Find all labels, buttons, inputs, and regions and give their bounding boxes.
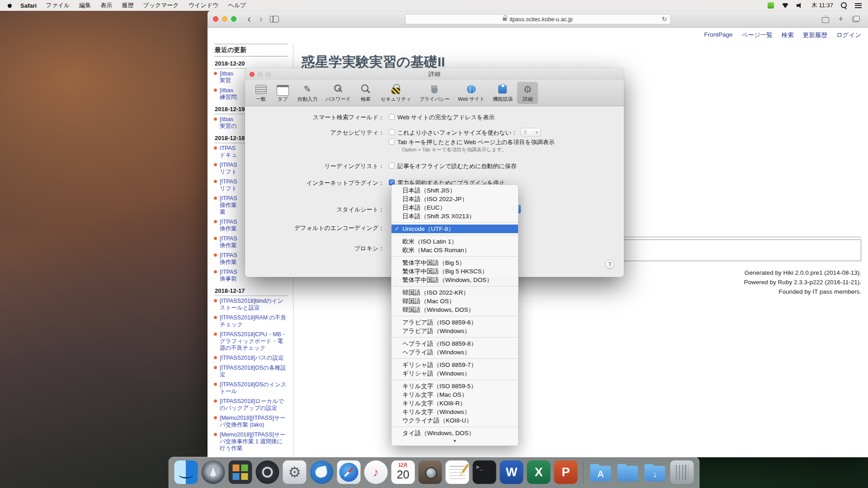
close-window-button[interactable] — [213, 16, 218, 22]
forward-button[interactable]: › — [258, 14, 264, 23]
encoding-menu-item[interactable]: キリル文字（KOI8-R） — [392, 399, 518, 408]
sidebar-link-item[interactable]: [Memo2018][ITPASS]サーバ交換作業 (tako) — [214, 413, 288, 430]
spotlight-icon[interactable] — [841, 2, 847, 9]
encoding-menu-item[interactable]: ヘブライ語（Windows） — [392, 348, 518, 357]
encoding-menu-item[interactable]: ウクライナ語（KOI8-U） — [392, 416, 518, 425]
thunderbird-dock-icon[interactable] — [310, 460, 334, 484]
new-tab-icon[interactable]: + — [838, 14, 843, 24]
share-icon[interactable]: ↑ — [822, 15, 829, 23]
menubar-menu-item[interactable]: ブックマーク — [143, 1, 179, 9]
tab-overview-icon[interactable] — [852, 16, 860, 22]
encoding-menu-item[interactable]: アラビア語（ISO 8859-6） — [392, 318, 518, 327]
trash-dock-icon[interactable] — [670, 460, 694, 484]
prefs-tab-extensions[interactable]: 機能拡張 — [489, 82, 516, 104]
min-font-size-checkbox[interactable] — [389, 129, 395, 135]
terminal-dock-icon[interactable]: >_ — [473, 460, 496, 484]
sidebar-link-item[interactable]: [ITPASS2018]OSの各種設定 — [214, 363, 288, 380]
volume-icon[interactable] — [797, 3, 804, 8]
encoding-menu-item[interactable]: 繁体字中国語（Big 5） — [392, 258, 518, 267]
font-size-select[interactable]: 9 ▾ — [521, 128, 541, 136]
encoding-menu-item[interactable]: 韓国語（Windows, DOS） — [392, 305, 518, 314]
notification-center-icon[interactable] — [855, 3, 862, 8]
powerpoint-dock-icon[interactable]: P — [554, 460, 578, 484]
encoding-menu-item[interactable]: キリル文字（Windows） — [392, 408, 518, 416]
wifi-icon[interactable] — [782, 3, 789, 8]
tab-highlight-checkbox[interactable] — [389, 139, 395, 145]
page-nav-link[interactable]: FrontPage — [704, 31, 733, 39]
page-nav-link[interactable]: ログイン — [836, 31, 861, 39]
prefs-minimize-button[interactable] — [258, 72, 263, 77]
system-preferences-dock-icon[interactable]: ⚙ — [283, 460, 307, 484]
encoding-menu-item[interactable]: 欧米（Mac OS Roman） — [392, 246, 518, 254]
encoding-menu-item[interactable]: タイ語（Windows, DOS） — [392, 429, 518, 437]
prefs-tab-autofill[interactable]: 自動入力 — [294, 82, 321, 104]
sidebar-link-item[interactable]: [ITPASS2018]bindのインストールと設定 — [214, 296, 288, 313]
prefs-tab-general[interactable]: 一般 — [250, 82, 271, 104]
help-button[interactable]: ? — [605, 260, 614, 269]
prefs-tab-websites[interactable]: Web サイト — [454, 82, 488, 104]
encoding-menu-item[interactable]: ギリシャ語（Windows） — [392, 369, 518, 378]
minimize-window-button[interactable] — [222, 16, 227, 22]
prefs-tab-security[interactable]: セキュリティ — [377, 82, 415, 104]
encoding-menu-item[interactable]: 韓国語（ISO 2022-KR） — [392, 288, 518, 297]
menubar-menu-item[interactable]: 履歴 — [122, 1, 133, 9]
encoding-menu-item[interactable]: 繁体字中国語（Windows, DOS） — [392, 276, 518, 284]
finder-dock-icon[interactable] — [175, 460, 198, 484]
prefs-zoom-button[interactable] — [266, 72, 271, 77]
page-nav-link[interactable]: ページ一覧 — [742, 31, 773, 39]
launchpad-dock-icon[interactable] — [202, 460, 225, 484]
encoding-menu-item[interactable]: 日本語（Shift JIS） — [392, 186, 518, 195]
prefs-tab-search[interactable]: 検索 — [355, 82, 376, 104]
back-button[interactable]: ‹ — [246, 14, 252, 23]
page-nav-link[interactable]: 更新履歴 — [803, 31, 827, 39]
itunes-dock-icon[interactable]: ♪ — [364, 460, 388, 484]
sidebar-link-item[interactable]: [ITPASS2018]CPU・MB・グラフィックボード・電源の不良チェック — [214, 329, 288, 353]
menubar-app-name[interactable]: Safari — [20, 2, 37, 9]
prefs-tab-tabs[interactable]: タブ — [272, 82, 293, 104]
prefs-close-button[interactable] — [250, 72, 255, 77]
sidebar-toggle-icon[interactable] — [270, 16, 279, 23]
encoding-menu-item[interactable]: ギリシャ語（ISO 8859-7） — [392, 361, 518, 369]
menubar-menu-item[interactable]: 表示 — [100, 1, 112, 9]
photo-booth-dock-icon[interactable] — [419, 460, 442, 484]
prefs-tab-advanced[interactable]: 詳細 — [517, 82, 538, 104]
word-dock-icon[interactable]: W — [500, 460, 524, 484]
sidebar-link-item[interactable]: [ITPASS2018]OSのインストール — [214, 380, 288, 396]
menu-scroll-down-icon[interactable]: ▼ — [392, 437, 518, 445]
address-bar[interactable]: itpass.scitec.kobe-u.ac.jp ↻ — [405, 14, 671, 24]
encoding-menu-item[interactable]: 日本語（EUC） — [392, 203, 518, 212]
sidebar-link-item[interactable]: [ITPASS2018]ローカルでのバックアップの設定 — [214, 396, 288, 413]
sidebar-link-item[interactable]: [Memo2018][ITPASS]サーバ交換事作業 1 週間後に行う作業 — [214, 430, 288, 453]
encoding-menu-item[interactable]: 繁体字中国語（Big 5 HKSCS） — [392, 267, 518, 276]
encoding-menu-item[interactable]: 日本語（Shift JIS X0213） — [392, 212, 518, 221]
encoding-menu-item[interactable]: ヘブライ語（ISO 8859-8） — [392, 339, 518, 348]
applications-folder-dock-icon[interactable]: A — [589, 460, 613, 484]
textedit-dock-icon[interactable] — [446, 460, 469, 484]
sidebar-link-item[interactable]: [ITPASS2018]RAM の不良チェック — [214, 313, 288, 329]
documents-folder-dock-icon[interactable] — [616, 460, 640, 484]
calendar-dock-icon[interactable]: 12月 20 — [392, 460, 415, 484]
encoding-menu-item[interactable]: キリル文字（Mac OS） — [392, 390, 518, 399]
encoding-menu-item[interactable]: キリル文字（ISO 8859-5） — [392, 382, 518, 390]
gear-app-dock-icon[interactable] — [256, 460, 279, 484]
menubar-clock[interactable]: 木 11:37 — [811, 1, 833, 9]
safari-dock-icon[interactable] — [337, 460, 361, 484]
encoding-menu-item[interactable]: アラビア語（Windows） — [392, 327, 518, 335]
encoding-menu-item[interactable]: 欧米（ISO Latin 1） — [392, 237, 518, 246]
menubar-menu-item[interactable]: ヘルプ — [228, 1, 246, 9]
encoding-menu-item[interactable]: 韓国語（Mac OS） — [392, 297, 518, 305]
prefs-tab-privacy[interactable]: プライバシー — [416, 82, 453, 104]
status-menu-icon[interactable] — [768, 2, 774, 9]
downloads-folder-dock-icon[interactable]: ↓ — [643, 460, 667, 484]
photos-app-dock-icon[interactable] — [229, 460, 252, 484]
menubar-menu-item[interactable]: ファイル — [46, 1, 70, 9]
apple-menu-icon[interactable] — [6, 2, 13, 9]
reload-icon[interactable]: ↻ — [662, 15, 667, 23]
smart-search-checkbox[interactable] — [389, 114, 395, 120]
reading-list-checkbox[interactable] — [389, 163, 395, 169]
encoding-menu-item[interactable]: Unicode（UTF-8） — [392, 225, 518, 233]
sidebar-link-item[interactable]: [ITPASS2018]パスの設定 — [214, 353, 288, 363]
zoom-window-button[interactable] — [231, 16, 236, 22]
menubar-menu-item[interactable]: ウインドウ — [189, 1, 219, 9]
menubar-menu-item[interactable]: 編集 — [79, 1, 91, 9]
